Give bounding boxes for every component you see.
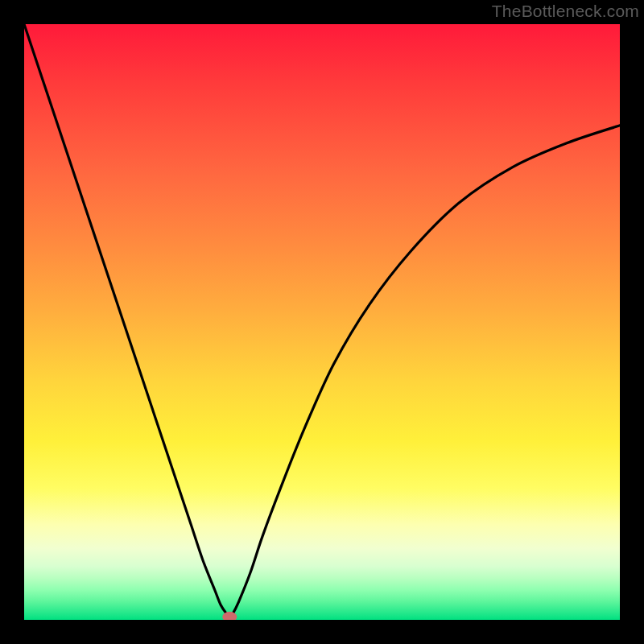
chart-frame: TheBottleneck.com [0, 0, 644, 644]
watermark-text: TheBottleneck.com [492, 2, 639, 21]
bottleneck-curve [24, 24, 620, 617]
chart-svg [24, 24, 620, 620]
plot-area [24, 24, 620, 620]
